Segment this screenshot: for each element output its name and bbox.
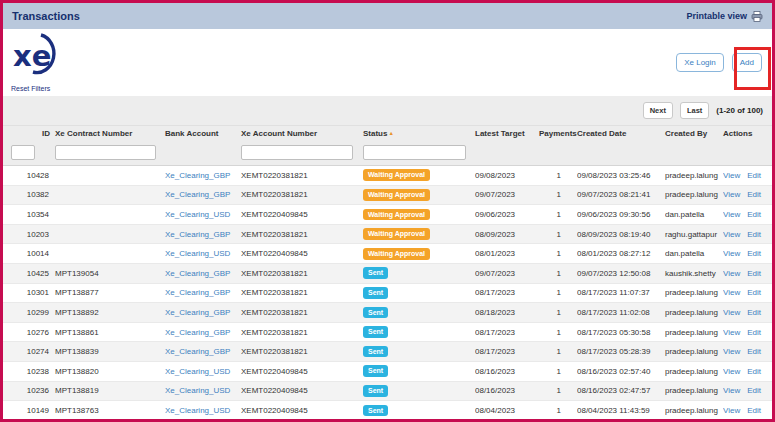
edit-link[interactable]: Edit	[747, 328, 761, 337]
bank-account-link[interactable]: Xe_Clearing_USD	[165, 386, 230, 395]
edit-link[interactable]: Edit	[747, 308, 761, 317]
actions-cell: ViewEdit	[723, 386, 772, 395]
last-page-button[interactable]: Last	[680, 102, 709, 119]
view-link[interactable]: View	[723, 288, 740, 297]
xe-account-number-filter-input[interactable]	[241, 145, 353, 160]
col-id[interactable]: ID	[11, 129, 55, 138]
status-cell: Waiting Approval	[363, 248, 475, 260]
xe-account-number: XEMT0220381821	[241, 328, 363, 337]
status-cell: Sent	[363, 385, 475, 397]
created-by: pradeep.lalung	[665, 347, 723, 356]
bank-account-link[interactable]: Xe_Clearing_USD	[165, 249, 230, 258]
edit-link[interactable]: Edit	[747, 406, 761, 415]
bank-account-link[interactable]: Xe_Clearing_GBP	[165, 269, 230, 278]
view-link[interactable]: View	[723, 406, 740, 415]
latest-target: 08/09/2023	[475, 230, 539, 239]
bank-account-link[interactable]: Xe_Clearing_GBP	[165, 328, 230, 337]
status-filter-input[interactable]	[363, 145, 466, 160]
xe-account-number: XEMT0220381821	[241, 288, 363, 297]
edit-link[interactable]: Edit	[747, 288, 761, 297]
created-by: pradeep.lalung	[665, 288, 723, 297]
bank-account-link[interactable]: Xe_Clearing_GBP	[165, 230, 230, 239]
next-page-button[interactable]: Next	[643, 102, 673, 119]
view-link[interactable]: View	[723, 367, 740, 376]
edit-link[interactable]: Edit	[747, 230, 761, 239]
edit-link[interactable]: Edit	[747, 386, 761, 395]
col-bank-account[interactable]: Bank Account	[165, 129, 241, 138]
actions-cell: ViewEdit	[723, 190, 772, 199]
contract-number: MPT138820	[55, 367, 165, 376]
printable-view-link[interactable]: Printable view	[686, 11, 763, 22]
status-badge: Waiting Approval	[363, 248, 430, 260]
logo-block: xe Reset Filters	[11, 32, 67, 92]
col-payments[interactable]: Payments	[539, 129, 577, 138]
created-date: 08/09/2023 08:19:40	[577, 230, 665, 239]
row-id: 10203	[11, 230, 55, 239]
created-by: dan.patella	[665, 210, 723, 219]
app-window: Transactions Printable view xe Reset Fil…	[0, 0, 775, 422]
view-link[interactable]: View	[723, 171, 740, 180]
created-date: 08/01/2023 08:27:12	[577, 249, 665, 258]
status-badge: Waiting Approval	[363, 169, 430, 181]
view-link[interactable]: View	[723, 210, 740, 219]
contract-number: MPT138877	[55, 288, 165, 297]
edit-link[interactable]: Edit	[747, 190, 761, 199]
id-filter-input[interactable]	[11, 145, 35, 160]
bank-account-link[interactable]: Xe_Clearing_GBP	[165, 171, 230, 180]
printer-icon	[751, 11, 763, 22]
bank-account-cell: Xe_Clearing_USD	[165, 249, 241, 258]
col-status[interactable]: Status▲	[363, 129, 475, 138]
payments-count: 1	[539, 269, 577, 278]
table-body: 10428Xe_Clearing_GBPXEMT0220381821Waitin…	[3, 166, 772, 421]
reset-filters-link[interactable]: Reset Filters	[11, 85, 67, 92]
view-link[interactable]: View	[723, 386, 740, 395]
view-link[interactable]: View	[723, 190, 740, 199]
payments-count: 1	[539, 367, 577, 376]
add-button[interactable]: Add	[732, 53, 762, 72]
col-xe-account-number[interactable]: Xe Account Number	[241, 129, 363, 138]
bank-account-cell: Xe_Clearing_GBP	[165, 347, 241, 356]
xe-login-button[interactable]: Xe Login	[676, 53, 724, 72]
bank-account-link[interactable]: Xe_Clearing_USD	[165, 367, 230, 376]
table-row: 10354Xe_Clearing_USDXEMT0220409845Waitin…	[3, 205, 772, 225]
contract-number-filter-input[interactable]	[55, 145, 156, 160]
payments-count: 1	[539, 171, 577, 180]
table-row: 10276MPT138861Xe_Clearing_GBPXEMT0220381…	[3, 323, 772, 343]
bank-account-link[interactable]: Xe_Clearing_USD	[165, 406, 230, 415]
row-id: 10276	[11, 328, 55, 337]
bank-account-link[interactable]: Xe_Clearing_GBP	[165, 347, 230, 356]
edit-link[interactable]: Edit	[747, 249, 761, 258]
bank-account-link[interactable]: Xe_Clearing_USD	[165, 210, 230, 219]
edit-link[interactable]: Edit	[747, 347, 761, 356]
pagination-bar: Next Last (1-20 of 100)	[3, 96, 772, 126]
xe-account-number: XEMT0220409845	[241, 367, 363, 376]
edit-link[interactable]: Edit	[747, 269, 761, 278]
status-cell: Sent	[363, 326, 475, 338]
bank-account-link[interactable]: Xe_Clearing_GBP	[165, 288, 230, 297]
view-link[interactable]: View	[723, 249, 740, 258]
table-row: 10425MPT139054Xe_Clearing_GBPXEMT0220381…	[3, 264, 772, 284]
view-link[interactable]: View	[723, 308, 740, 317]
view-link[interactable]: View	[723, 328, 740, 337]
created-date: 08/17/2023 11:02:08	[577, 308, 665, 317]
payments-count: 1	[539, 210, 577, 219]
payments-count: 1	[539, 328, 577, 337]
contract-number: MPT139054	[55, 269, 165, 278]
view-link[interactable]: View	[723, 230, 740, 239]
col-created-date[interactable]: Created Date	[577, 129, 665, 138]
col-latest-target[interactable]: Latest Target	[475, 129, 539, 138]
edit-link[interactable]: Edit	[747, 210, 761, 219]
view-link[interactable]: View	[723, 269, 740, 278]
latest-target: 09/07/2023	[475, 190, 539, 199]
col-contract-number[interactable]: Xe Contract Number	[55, 129, 165, 138]
view-link[interactable]: View	[723, 347, 740, 356]
xe-account-number: XEMT0220409845	[241, 386, 363, 395]
bank-account-link[interactable]: Xe_Clearing_GBP	[165, 308, 230, 317]
row-id: 10274	[11, 347, 55, 356]
col-created-by[interactable]: Created By	[665, 129, 723, 138]
edit-link[interactable]: Edit	[747, 367, 761, 376]
edit-link[interactable]: Edit	[747, 171, 761, 180]
payments-count: 1	[539, 386, 577, 395]
bank-account-link[interactable]: Xe_Clearing_GBP	[165, 190, 230, 199]
created-by: pradeep.lalung	[665, 190, 723, 199]
